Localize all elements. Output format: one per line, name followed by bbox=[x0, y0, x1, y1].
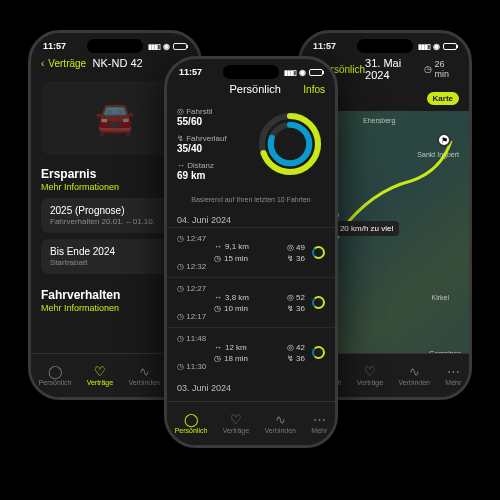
tab-label: Persönlich bbox=[175, 427, 208, 434]
tab-connect[interactable]: ∿Verbinden bbox=[398, 365, 430, 386]
score-donut-icon bbox=[312, 346, 325, 359]
steering-icon: ◎ bbox=[287, 343, 294, 352]
distance-icon: ↔ bbox=[214, 292, 222, 303]
notch bbox=[357, 39, 413, 53]
clock-icon: ◷ bbox=[424, 64, 432, 74]
duration-badge: ◷26 min bbox=[424, 59, 459, 79]
date-header: 03. Juni 2024 bbox=[167, 377, 335, 395]
back-button[interactable]: ‹Verträge bbox=[41, 58, 86, 69]
clock-icon: ◷ bbox=[214, 303, 221, 314]
duration-value: 26 min bbox=[434, 59, 459, 79]
signal-icon bbox=[418, 41, 430, 51]
notch bbox=[223, 65, 279, 79]
tab-contracts[interactable]: ♡Verträge bbox=[87, 365, 113, 386]
tab-label: Verträge bbox=[223, 427, 249, 434]
metric-driving-style: ◎ Fahrstil55/60 bbox=[177, 107, 247, 127]
tab-more[interactable]: ⋯Mehr bbox=[445, 365, 461, 386]
signal-icon bbox=[148, 41, 160, 51]
battery-icon bbox=[173, 43, 187, 50]
page-title: 31. Mai 2024 bbox=[365, 57, 424, 81]
score-donut-icon bbox=[312, 296, 325, 309]
tab-contracts[interactable]: ♡Verträge bbox=[223, 413, 249, 434]
tab-label: Mehr bbox=[311, 427, 327, 434]
metric-value: 55/60 bbox=[177, 116, 247, 127]
route-icon: ↯ bbox=[287, 254, 294, 263]
notch bbox=[87, 39, 143, 53]
info-button[interactable]: Infos bbox=[303, 84, 325, 95]
trip-details: ↔ 3,8 km◷ 10 min bbox=[214, 292, 280, 314]
chevron-left-icon: ‹ bbox=[41, 58, 44, 69]
nav-bar: Persönlich Infos bbox=[167, 79, 335, 99]
battery-icon bbox=[443, 43, 457, 50]
signal-icon bbox=[284, 67, 296, 77]
row-title: Bis Ende 2024 bbox=[50, 246, 115, 257]
trip-list: ◷ 12:47··◷ 12:32 ↔ 9,1 km◷ 15 min ◎ 49↯ … bbox=[167, 227, 335, 377]
metric-value: 35/40 bbox=[177, 143, 247, 154]
status-time: 11:57 bbox=[313, 41, 336, 51]
route-icon: ↯ bbox=[177, 134, 186, 143]
wifi-icon bbox=[299, 67, 306, 77]
overview-note: Basierend auf Ihren letzten 10 Fahrten bbox=[167, 196, 335, 209]
wifi-icon bbox=[163, 41, 170, 51]
route-icon: ↯ bbox=[287, 354, 294, 363]
tab-contracts[interactable]: ♡Verträge bbox=[357, 365, 383, 386]
clock-icon: ◷ bbox=[214, 353, 221, 364]
more-icon: ⋯ bbox=[313, 413, 326, 426]
back-label: Verträge bbox=[48, 58, 86, 69]
metric-label: Distanz bbox=[187, 161, 214, 170]
metric-label: Fahrverlauf bbox=[186, 134, 226, 143]
battery-icon bbox=[309, 69, 323, 76]
route-icon: ↯ bbox=[287, 304, 294, 313]
steering-icon: ◎ bbox=[177, 107, 186, 116]
trip-row[interactable]: ◷ 12:27··◷ 12:17 ↔ 3,8 km◷ 10 min ◎ 52↯ … bbox=[167, 277, 335, 327]
shield-icon: ♡ bbox=[364, 365, 376, 378]
map-place-label: Kirkel bbox=[431, 294, 449, 301]
row-subtitle: Fahrverhalten 20.01. – 01.10. bbox=[50, 217, 155, 226]
distance-icon: ↔ bbox=[177, 161, 187, 170]
distance-icon: ↔ bbox=[214, 241, 222, 252]
metric-distance: ↔ Distanz69 km bbox=[177, 161, 247, 181]
score-ring bbox=[255, 107, 325, 181]
clock-icon: ◷ bbox=[214, 253, 221, 264]
tab-label: Verbinden bbox=[264, 427, 296, 434]
page-title: Persönlich bbox=[229, 83, 280, 95]
tab-connect[interactable]: ∿Verbinden bbox=[128, 365, 160, 386]
tab-label: Verträge bbox=[87, 379, 113, 386]
trip-scores: ◎ 52↯ 36 bbox=[287, 293, 305, 313]
tab-more[interactable]: ⋯Mehr bbox=[311, 413, 327, 434]
person-icon: ◯ bbox=[184, 413, 199, 426]
tab-personal[interactable]: ◯Persönlich bbox=[175, 413, 208, 434]
map-tab[interactable]: Karte bbox=[427, 92, 459, 105]
tab-connect[interactable]: ∿Verbinden bbox=[264, 413, 296, 434]
tab-label: Mehr bbox=[445, 379, 461, 386]
shield-icon: ♡ bbox=[94, 365, 106, 378]
metric-label: Fahrstil bbox=[186, 107, 212, 116]
link-icon: ∿ bbox=[139, 365, 150, 378]
tab-label: Persönlich bbox=[39, 379, 72, 386]
tab-personal[interactable]: ◯Persönlich bbox=[39, 365, 72, 386]
trip-times: ◷ 12:47··◷ 12:32 bbox=[177, 233, 207, 272]
car-icon: 🚘 bbox=[95, 99, 135, 137]
more-icon: ⋯ bbox=[447, 365, 460, 378]
metric-trip-history: ↯ Fahrverlauf35/40 bbox=[177, 134, 247, 154]
trip-scores: ◎ 49↯ 36 bbox=[287, 243, 305, 263]
row-subtitle: Startrabatt bbox=[50, 258, 115, 267]
link-icon: ∿ bbox=[275, 413, 286, 426]
shield-icon: ♡ bbox=[230, 413, 242, 426]
tab-label: Verbinden bbox=[398, 379, 430, 386]
status-time: 11:57 bbox=[179, 67, 202, 77]
tab-label: Verbinden bbox=[128, 379, 160, 386]
destination-marker: ⚑ bbox=[437, 133, 451, 147]
trip-scores: ◎ 42↯ 36 bbox=[287, 343, 305, 363]
steering-icon: ◎ bbox=[287, 243, 294, 252]
wifi-icon bbox=[433, 41, 440, 51]
trip-times: ◷ 12:27··◷ 12:17 bbox=[177, 283, 207, 322]
steering-icon: ◎ bbox=[287, 293, 294, 302]
tab-bar: ◯Persönlich ♡Verträge ∿Verbinden ⋯Mehr bbox=[167, 401, 335, 445]
trip-row[interactable]: ◷ 11:48··◷ 11:30 ↔ 12 km◷ 18 min ◎ 42↯ 3… bbox=[167, 327, 335, 377]
trip-row[interactable]: ◷ 12:47··◷ 12:32 ↔ 9,1 km◷ 15 min ◎ 49↯ … bbox=[167, 227, 335, 277]
page-title: NK-ND 42 bbox=[93, 57, 143, 69]
date-header: 04. Juni 2024 bbox=[167, 209, 335, 227]
trip-details: ↔ 9,1 km◷ 15 min bbox=[214, 241, 280, 263]
trip-times: ◷ 11:48··◷ 11:30 bbox=[177, 333, 207, 372]
